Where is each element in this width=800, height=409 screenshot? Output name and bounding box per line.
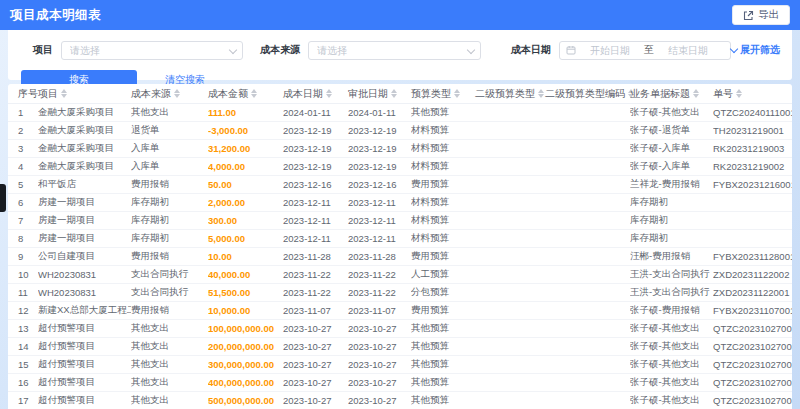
cell: 2023-12-19 bbox=[283, 161, 348, 172]
sort-caret-icon[interactable] bbox=[174, 89, 180, 98]
cell: 13 bbox=[18, 323, 38, 334]
cell: 2023-12-19 bbox=[348, 161, 411, 172]
cell: 其他支出 bbox=[131, 394, 208, 407]
column-header[interactable]: 审批日期 bbox=[348, 87, 411, 101]
start-date-input[interactable] bbox=[579, 44, 641, 57]
calendar-icon bbox=[566, 45, 576, 55]
filter-row: 项目 成本来源 成本日期 至 展开筛选 bbox=[8, 30, 792, 64]
cell: RK20231219002 bbox=[713, 161, 792, 172]
cell: 2023-10-27 bbox=[283, 359, 348, 370]
cell: 其他预算 bbox=[411, 358, 475, 371]
cell: 张子硕-其他支出 bbox=[630, 394, 713, 407]
sort-caret-icon[interactable] bbox=[251, 89, 257, 98]
cell: 2,000.00 bbox=[208, 197, 283, 208]
project-select[interactable] bbox=[61, 41, 243, 60]
sort-caret-icon[interactable] bbox=[693, 89, 699, 98]
cell: 15 bbox=[18, 359, 38, 370]
column-header[interactable]: 预算类型 bbox=[411, 87, 475, 101]
cell: QTZC20240111001 bbox=[713, 107, 792, 118]
sort-caret-icon[interactable] bbox=[454, 89, 460, 98]
cell: 分包预算 bbox=[411, 286, 475, 299]
cell: 张子硕-其他支出 bbox=[630, 376, 713, 389]
cell: 材料预算 bbox=[411, 214, 475, 227]
cell: 公司自建项目 bbox=[38, 250, 131, 263]
column-header[interactable]: 二级预算类型 bbox=[475, 87, 545, 101]
cost-date-range-picker[interactable]: 至 bbox=[559, 41, 731, 60]
column-header[interactable]: 单号 bbox=[713, 87, 792, 101]
cell: 300,000,000.00 bbox=[208, 359, 283, 370]
sort-caret-icon[interactable] bbox=[61, 89, 67, 98]
column-header[interactable]: 项目 bbox=[38, 87, 131, 101]
cell: 51,500.00 bbox=[208, 287, 283, 298]
export-icon bbox=[743, 10, 754, 21]
cost-source-select-input[interactable] bbox=[309, 43, 480, 58]
cell: 库存期初 bbox=[131, 214, 208, 227]
table-row: 17超付预警项目其他支出500,000,000.002023-10-272023… bbox=[8, 392, 792, 409]
cell: 2023-12-19 bbox=[348, 143, 411, 154]
column-header[interactable]: 业务单据标题 bbox=[630, 87, 713, 101]
column-header[interactable]: 二级预算类型编码 bbox=[545, 87, 630, 101]
column-header-label: 成本金额 bbox=[208, 87, 248, 101]
cell: 费用预算 bbox=[411, 250, 475, 263]
cell: 2023-12-11 bbox=[283, 215, 348, 226]
cell: 退货单 bbox=[131, 124, 208, 137]
table-row: 1金融大厦采购项目其他支出111.002024-01-112024-01-11其… bbox=[8, 104, 792, 122]
cell: 2023-12-11 bbox=[348, 233, 411, 244]
drawer-handle[interactable] bbox=[0, 184, 6, 212]
column-header[interactable]: 成本金额 bbox=[208, 87, 283, 101]
column-header-label: 单号 bbox=[713, 87, 733, 101]
page-title: 项目成本明细表 bbox=[10, 7, 101, 24]
column-header-label: 成本日期 bbox=[283, 87, 323, 101]
cell: 张子硕-退货单 bbox=[630, 124, 713, 137]
column-header-label: 预算类型 bbox=[411, 87, 451, 101]
cell: 2023-12-11 bbox=[348, 197, 411, 208]
cell: 8 bbox=[18, 233, 38, 244]
cell: 材料预算 bbox=[411, 142, 475, 155]
cell: 1 bbox=[18, 107, 38, 118]
column-header[interactable]: 成本来源 bbox=[131, 87, 208, 101]
end-date-input[interactable] bbox=[657, 44, 719, 57]
table-body: 1金融大厦采购项目其他支出111.002024-01-112024-01-11其… bbox=[8, 104, 792, 409]
cell: QTZC20231027002 bbox=[713, 395, 792, 406]
cell: 11 bbox=[18, 287, 38, 298]
sort-caret-icon[interactable] bbox=[391, 89, 397, 98]
cell: 2023-10-27 bbox=[348, 323, 411, 334]
cell: WH20230831 bbox=[38, 287, 131, 298]
column-header[interactable]: 成本日期 bbox=[283, 87, 348, 101]
cell: 张子硕-入库单 bbox=[630, 160, 713, 173]
cell: 材料预算 bbox=[411, 124, 475, 137]
column-header-label: 二级预算类型编码 bbox=[545, 87, 625, 101]
sort-caret-icon[interactable] bbox=[326, 89, 332, 98]
table-row: 4金融大厦采购项目入库单4,000.002023-12-192023-12-19… bbox=[8, 158, 792, 176]
project-select-input[interactable] bbox=[62, 43, 242, 58]
cell: 400,000,000.00 bbox=[208, 377, 283, 388]
cell: 其他预算 bbox=[411, 394, 475, 407]
export-button[interactable]: 导出 bbox=[732, 5, 790, 25]
expand-filters-link[interactable]: 展开筛选 bbox=[731, 43, 780, 57]
cell: 金融大厦采购项目 bbox=[38, 142, 131, 155]
cost-source-select[interactable] bbox=[308, 41, 481, 60]
date-range-separator: 至 bbox=[644, 43, 654, 57]
cell: 5 bbox=[18, 179, 38, 190]
cell: 超付预警项目 bbox=[38, 376, 131, 389]
cell: FYBX20231216001 bbox=[713, 179, 792, 190]
cell: 2023-11-07 bbox=[348, 305, 411, 316]
cell: 2023-12-19 bbox=[283, 125, 348, 136]
filter-panel: 项目 成本来源 成本日期 至 展开筛选 搜索 bbox=[8, 30, 792, 80]
sort-caret-icon[interactable] bbox=[736, 89, 742, 98]
column-header: 序号 bbox=[18, 87, 38, 101]
sort-caret-icon[interactable] bbox=[538, 89, 544, 98]
cell: 10.00 bbox=[208, 251, 283, 262]
cell: QTZC20231027002 bbox=[713, 341, 792, 352]
cell: 2023-12-11 bbox=[348, 215, 411, 226]
cell: 其他支出 bbox=[131, 106, 208, 119]
cell: 2023-11-28 bbox=[348, 251, 411, 262]
cell: 入库单 bbox=[131, 142, 208, 155]
cell: 王洪-支出合同执行 bbox=[630, 268, 713, 281]
cell: 7 bbox=[18, 215, 38, 226]
cell: 费用报销 bbox=[131, 250, 208, 263]
table-row: 6房建一期项目库存期初2,000.002023-12-112023-12-11材… bbox=[8, 194, 792, 212]
column-header-label: 成本来源 bbox=[131, 87, 171, 101]
cell: 50.00 bbox=[208, 179, 283, 190]
cell: 王洪-支出合同执行 bbox=[630, 286, 713, 299]
